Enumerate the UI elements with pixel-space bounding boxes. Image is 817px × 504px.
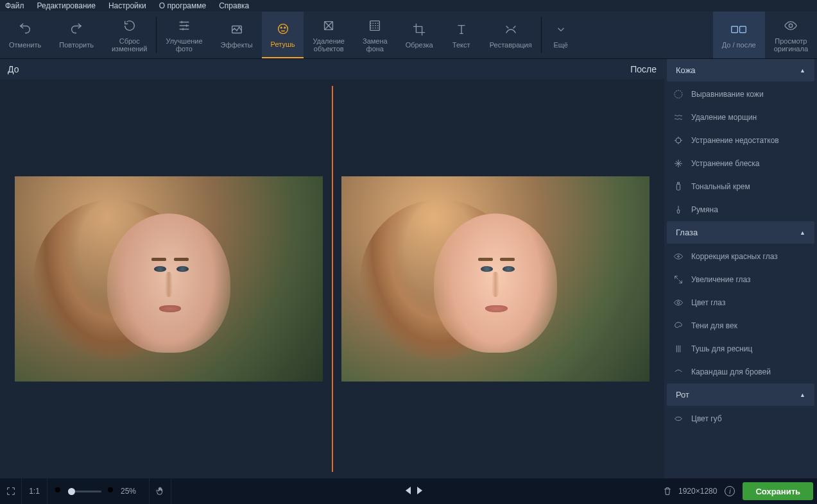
- before-after-button[interactable]: До / после: [713, 12, 765, 58]
- save-button[interactable]: Сохранить: [743, 482, 813, 500]
- zoom-in-button[interactable]: [107, 486, 116, 497]
- prev-button[interactable]: [404, 486, 412, 497]
- zoom-slider[interactable]: [68, 491, 101, 492]
- svg-point-9: [675, 90, 682, 98]
- svg-point-1: [278, 24, 288, 33]
- palette-icon: [673, 321, 684, 331]
- mascara-icon: [673, 344, 684, 354]
- menu-settings[interactable]: Настройки: [108, 1, 146, 10]
- sliders-icon: [176, 18, 192, 33]
- compare-icon: [731, 22, 746, 37]
- menubar: Файл Редактирование Настройки О программ…: [0, 0, 817, 12]
- expand-icon: [673, 274, 684, 285]
- chevron-down-icon: [553, 22, 569, 37]
- section-skin[interactable]: Кожа▲: [667, 59, 814, 81]
- crop-button[interactable]: Обрезка: [397, 12, 442, 58]
- bg-icon: [367, 18, 383, 33]
- eye-enlarge[interactable]: Увеличение глаз: [664, 268, 817, 291]
- after-image: [341, 176, 649, 382]
- menu-edit[interactable]: Редактирование: [37, 1, 96, 10]
- menu-about[interactable]: О программе: [159, 1, 206, 10]
- target-icon: [673, 135, 684, 146]
- eraser-icon: [321, 18, 336, 33]
- mascara[interactable]: Тушь для ресниц: [664, 337, 817, 360]
- brush-icon: [673, 205, 684, 215]
- after-label: После: [630, 64, 657, 74]
- svg-point-15: [55, 487, 60, 492]
- caret-up-icon: ▲: [800, 67, 805, 74]
- after-panel[interactable]: [333, 86, 658, 472]
- eye-color[interactable]: Цвет глаз: [664, 291, 817, 314]
- section-mouth[interactable]: Рот▲: [667, 383, 814, 406]
- undo-button[interactable]: Отменить: [0, 12, 50, 58]
- enhance-button[interactable]: Улучшение фото: [157, 12, 211, 58]
- delete-button[interactable]: [657, 486, 678, 496]
- eye-icon: [783, 18, 798, 33]
- skin-smoothing[interactable]: Выравнивание кожи: [664, 83, 817, 106]
- eyebrow-pencil[interactable]: Карандаш для бровей: [664, 360, 817, 383]
- workspace: До После: [0, 59, 664, 478]
- svg-point-10: [676, 138, 681, 143]
- zoom-out-button[interactable]: [54, 486, 63, 497]
- shine-removal[interactable]: Устранение блеска: [664, 152, 817, 175]
- undo-icon: [17, 22, 33, 37]
- view-original-button[interactable]: Просмотр оригинала: [765, 12, 817, 58]
- zoom-actual-button[interactable]: 1:1: [22, 478, 47, 504]
- eye-icon: [673, 298, 684, 308]
- bottle-icon: [673, 181, 684, 192]
- svg-rect-7: [740, 26, 746, 33]
- nav-controls: [404, 486, 424, 497]
- smooth-icon: [673, 89, 684, 99]
- text-icon: [454, 22, 469, 37]
- remove-objects-button[interactable]: Удаление объектов: [304, 12, 354, 58]
- svg-point-14: [677, 301, 680, 304]
- blush[interactable]: Румяна: [664, 198, 817, 221]
- pan-button[interactable]: [150, 478, 171, 504]
- zoom-value: 25%: [121, 487, 142, 496]
- text-button[interactable]: Текст: [442, 12, 481, 58]
- menu-file[interactable]: Файл: [5, 1, 24, 10]
- next-button[interactable]: [416, 486, 424, 497]
- svg-point-8: [789, 24, 793, 28]
- effects-icon: [229, 22, 245, 37]
- more-button[interactable]: Ещё: [542, 12, 580, 58]
- eyeshadow[interactable]: Тени для век: [664, 314, 817, 337]
- reset-icon: [122, 18, 137, 33]
- foundation[interactable]: Тональный крем: [664, 175, 817, 198]
- fullscreen-button[interactable]: [0, 478, 22, 504]
- svg-point-2: [280, 27, 282, 28]
- retouch-button[interactable]: Ретушь: [262, 12, 304, 58]
- menu-help[interactable]: Справка: [219, 1, 249, 10]
- svg-rect-12: [678, 182, 680, 184]
- wrinkle-removal[interactable]: Удаление морщин: [664, 106, 817, 129]
- reset-button[interactable]: Сброс изменений: [103, 12, 156, 58]
- before-image: [15, 176, 323, 382]
- restore-icon: [503, 22, 519, 37]
- effects-button[interactable]: Эффекты: [212, 12, 262, 58]
- eye-icon: [673, 251, 684, 262]
- caret-up-icon: ▲: [800, 392, 805, 398]
- svg-rect-6: [732, 26, 738, 33]
- section-eyes[interactable]: Глаза▲: [667, 221, 814, 244]
- blemish-removal[interactable]: Устранение недостатков: [664, 129, 817, 152]
- svg-point-16: [108, 487, 113, 492]
- footer: 1:1 25% 1920×1280 i Сохранить: [0, 478, 817, 504]
- info-button[interactable]: i: [725, 486, 735, 496]
- image-dimensions: 1920×1280: [678, 487, 717, 496]
- before-label: До: [8, 64, 19, 74]
- redo-button[interactable]: Повторить: [50, 12, 103, 58]
- sparkle-icon: [673, 158, 684, 169]
- before-panel[interactable]: [6, 86, 332, 472]
- background-button[interactable]: Замена фона: [354, 12, 397, 58]
- svg-point-3: [284, 27, 285, 28]
- waves-icon: [673, 112, 684, 122]
- caret-up-icon: ▲: [800, 230, 805, 236]
- restore-button[interactable]: Реставрация: [481, 12, 541, 58]
- crop-icon: [411, 22, 427, 37]
- lip-color[interactable]: Цвет губ: [664, 407, 817, 430]
- red-eye[interactable]: Коррекция красных глаз: [664, 245, 817, 268]
- svg-point-13: [678, 256, 680, 258]
- lips-icon: [673, 414, 684, 424]
- redo-icon: [69, 22, 84, 37]
- retouch-sidebar: Кожа▲ Выравнивание кожи Удаление морщин …: [664, 59, 817, 478]
